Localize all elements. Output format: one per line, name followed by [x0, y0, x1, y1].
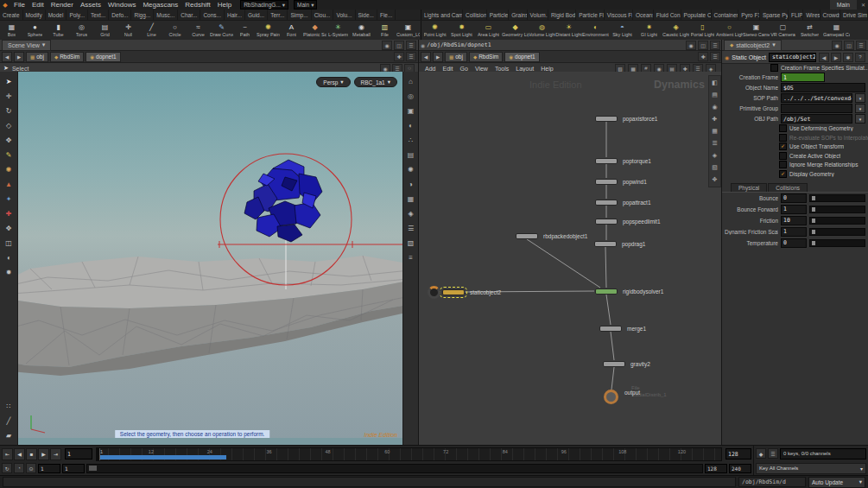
shelf-tab[interactable]: Drive Sim... — [840, 10, 868, 20]
shelf-tab[interactable]: Hair... — [225, 10, 245, 20]
shelf-tool[interactable]: ▤ Grid — [93, 21, 117, 40]
pane-control-icon[interactable]: ◫ — [394, 41, 404, 50]
tool-strip-icon[interactable]: ▲ — [3, 179, 15, 189]
shelf-tab[interactable]: Fluid Con... — [654, 10, 681, 20]
node-merge1[interactable]: merge1 — [599, 326, 622, 332]
shelf-tab[interactable]: Defo... — [109, 10, 131, 20]
display-option-icon[interactable]: ▤ — [405, 149, 416, 160]
shelf-tool[interactable]: ✷ GI Light — [636, 21, 662, 40]
tool-strip-icon[interactable]: ◫ — [3, 238, 15, 248]
node-popspeedlimit1[interactable]: popspeedlimit1 — [595, 219, 618, 225]
network-menu-item[interactable]: Layout — [512, 66, 537, 72]
shelf-tab[interactable]: Grains — [509, 10, 527, 20]
menu-item[interactable]: Edit — [29, 0, 48, 10]
pane-control-icon[interactable]: ◉ — [686, 41, 696, 50]
current-path-field[interactable]: /obj/RbdSim/d — [738, 477, 806, 487]
group-chooser-icon[interactable]: ▾ — [855, 104, 865, 113]
shelf-tool[interactable]: ▦ Gamepad Camera — [823, 21, 850, 40]
path-control-icon[interactable]: ✚ — [698, 52, 708, 61]
shelf-tab[interactable]: Crowds — [820, 10, 840, 20]
end-frame-field[interactable]: 128 — [725, 448, 751, 459]
shelf-tab[interactable]: Text... — [88, 10, 109, 20]
network-menu-item[interactable]: Tools — [491, 66, 512, 72]
shelf-tab[interactable]: Model — [46, 10, 67, 20]
node-popattract1[interactable]: popattract1 — [595, 200, 618, 206]
shelf-tool[interactable]: ◆ Platonic Solids — [303, 21, 326, 40]
slider-handle[interactable] — [812, 219, 815, 223]
shelf-tab[interactable]: Container... — [712, 10, 739, 20]
shelf-tool[interactable]: ✺ Spray Paint — [257, 21, 280, 40]
network-tab[interactable]: ▦ obj — [445, 52, 467, 62]
range-start-field[interactable]: 1 — [38, 464, 60, 473]
shelf-tab[interactable]: Create — [0, 10, 23, 20]
param-value-field[interactable]: 1 — [781, 205, 807, 214]
param-checkbox[interactable]: ✓ Display Geometry — [722, 169, 868, 179]
shelf-tab[interactable]: Lights and Camera — [421, 10, 463, 20]
playback-range-slider[interactable] — [86, 464, 703, 473]
shelf-tool[interactable]: ○ Ambient Light — [716, 21, 743, 40]
shading-preset-dropdown[interactable]: RbShadingG... ▾ — [240, 0, 288, 10]
slider-handle[interactable] — [812, 230, 815, 234]
tool-strip-icon[interactable]: ✦ — [3, 193, 15, 204]
display-option-icon[interactable]: ☰ — [405, 223, 416, 233]
lock-icon[interactable]: ◉ — [421, 42, 425, 48]
shelf-tab[interactable]: Sparse Py... — [760, 10, 789, 20]
shelf-tab[interactable]: Fie... — [377, 10, 396, 20]
shelf-tool[interactable]: ✛ Null — [117, 21, 140, 40]
shelf-tab[interactable]: Pyro FX — [738, 10, 760, 20]
range-handle[interactable] — [89, 466, 97, 471]
param-folder-tab[interactable]: Physical — [731, 183, 767, 192]
shelf-tab[interactable]: Cons... — [200, 10, 225, 20]
obj-path-field[interactable]: /obj/Set — [781, 114, 852, 124]
slider-handle[interactable] — [812, 241, 815, 245]
shelf-tool[interactable]: ◐ Environment Light — [582, 21, 609, 40]
shelf-tab[interactable]: Volum... — [528, 10, 549, 20]
tool-strip-icon[interactable]: ◖ — [3, 252, 15, 263]
network-side-icon[interactable]: ◈ — [709, 151, 720, 160]
close-icon[interactable]: ✕ — [861, 2, 865, 8]
key-all-channels-dropdown[interactable]: Key All Channels ▾ — [756, 463, 866, 474]
param-slider[interactable] — [809, 194, 865, 202]
camera-select-button[interactable]: RBC_1a1 ▾ — [354, 77, 397, 87]
param-slider[interactable] — [809, 239, 865, 247]
menu-item[interactable]: Redshift — [181, 0, 213, 10]
desktop-tab-main[interactable]: Main — [830, 0, 857, 10]
checkbox-icon[interactable] — [779, 124, 787, 132]
shelf-tab[interactable]: Wires — [803, 10, 820, 20]
network-side-icon[interactable]: ☰ — [709, 139, 720, 148]
display-option-icon[interactable]: ◑ — [405, 179, 416, 189]
param-value-field[interactable]: 10 — [781, 216, 807, 225]
shelf-tool[interactable]: ▣ Stereo Camera — [743, 21, 770, 40]
checkbox-icon[interactable]: ✓ — [779, 143, 787, 150]
shelf-tab[interactable]: Oceans — [633, 10, 654, 20]
shelf-tool[interactable]: ▥ File — [373, 21, 396, 40]
menu-item[interactable]: File — [10, 0, 29, 10]
shelf-tab[interactable]: Poly... — [67, 10, 88, 20]
network-side-icon[interactable]: ◧ — [709, 79, 720, 87]
playback-option-button[interactable]: ⊙ — [26, 463, 36, 473]
slider-handle[interactable] — [812, 196, 815, 200]
shelf-tab[interactable]: Particles — [487, 10, 510, 20]
display-option-icon[interactable]: ◐ — [405, 120, 416, 130]
tab-staticobject2[interactable]: ◆ staticobject2 ▾ — [724, 40, 782, 51]
breadcrumb-item[interactable]: ◆ RbdSim — [50, 52, 84, 62]
tool-strip-icon[interactable]: ✥ — [3, 223, 15, 233]
display-option-icon[interactable]: ✺ — [405, 164, 416, 174]
playback-button[interactable]: ◀ — [14, 448, 25, 460]
nav-forward-icon[interactable]: ▶ — [14, 52, 24, 62]
creation-frame-specifies-checkbox[interactable]: Creation Frame Specifies Simulat... — [722, 63, 868, 73]
shelf-tab[interactable]: Populate C... — [681, 10, 712, 20]
shelf-tool[interactable]: ◈ Caustic Light — [662, 21, 689, 40]
param-header-icon[interactable]: ? — [855, 53, 865, 62]
shelf-tool[interactable]: ≈ Curve — [187, 21, 210, 40]
shelf-tool[interactable]: ▭ Area Light — [475, 21, 502, 40]
shelf-tab[interactable]: Collisions — [463, 10, 487, 20]
tool-strip-icon[interactable]: ↻ — [3, 105, 15, 116]
shelf-tab[interactable]: Volu... — [333, 10, 355, 20]
tool-strip-icon[interactable]: ✹ — [3, 267, 15, 277]
playback-button[interactable]: ▶ — [38, 448, 49, 460]
display-option-icon[interactable]: ◎ — [405, 91, 416, 101]
node-rbdpackedobject1[interactable]: rbdpackedobject1 — [516, 233, 538, 239]
shelf-tool[interactable]: ▯ Portal Light — [689, 21, 716, 40]
shelf-tool[interactable]: ◍ Volume Light — [529, 21, 555, 40]
